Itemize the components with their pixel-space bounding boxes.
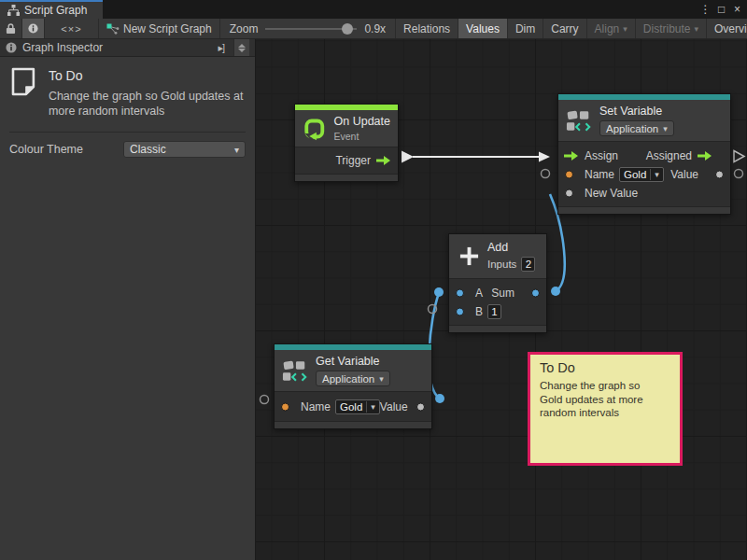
zoom-slider[interactable] <box>265 22 357 35</box>
variable-name-dropdown[interactable]: Gold ▾ <box>619 167 664 182</box>
sum-port[interactable] <box>531 289 540 298</box>
new-value-port-label: New Value <box>585 187 638 200</box>
sticky-note-text: Change the graph so Gold updates at more… <box>540 379 663 420</box>
node-get-variable[interactable]: Get Variable Application ▾ Name Gold ▾ V… <box>274 343 432 429</box>
port-row-assign: Assign Assigned <box>558 147 730 165</box>
sticky-note-icon <box>9 66 37 97</box>
node-header[interactable]: Set Variable Application ▾ <box>558 100 730 142</box>
carry-label: Carry <box>551 22 578 35</box>
node-subtitle: Event <box>334 131 390 142</box>
chevron-down-icon: ▾ <box>379 374 384 384</box>
inspector-note-texts: To Do Change the graph so Gold updates a… <box>49 66 246 119</box>
dock-panel-icon[interactable]: ▸] <box>214 42 228 54</box>
inspector-header[interactable]: Graph Inspector ▸] <box>0 39 255 57</box>
close-icon[interactable]: × <box>729 3 745 16</box>
flow-arrow-icon[interactable] <box>698 151 712 161</box>
name-port[interactable] <box>281 403 289 412</box>
variable-scope-value: Application <box>322 373 374 385</box>
info-icon <box>6 42 17 53</box>
input-a-label: A <box>475 287 483 300</box>
variable-name-value: Gold <box>340 401 362 413</box>
chevron-down-icon: ▾ <box>623 24 627 34</box>
node-on-update[interactable]: On Update Event Trigger <box>294 104 399 182</box>
code-icon: <×> <box>61 23 81 35</box>
inputs-count-field[interactable]: 2 <box>521 257 535 272</box>
node-header[interactable]: On Update Event <box>295 110 398 147</box>
distribute-button[interactable]: Distribute ▾ <box>636 19 707 38</box>
value-port[interactable] <box>715 171 724 179</box>
new-script-graph-label: New Script Graph <box>123 22 212 35</box>
new-script-graph-button[interactable]: New Script Graph <box>99 19 220 38</box>
align-button[interactable]: Align ▾ <box>587 19 636 38</box>
assign-port-label: Assign <box>585 149 618 162</box>
unconnected-port-add-b[interactable] <box>429 305 437 314</box>
inspector-note-summary: To Do Change the graph so Gold updates a… <box>9 66 246 119</box>
flow-arrow-icon[interactable] <box>376 156 390 165</box>
inspector-body: To Do Change the graph so Gold updates a… <box>0 57 255 133</box>
unconnected-port-get-name[interactable] <box>261 396 269 404</box>
name-port-label: Name <box>585 168 614 181</box>
zoom-slider-handle[interactable] <box>342 23 353 35</box>
maximize-icon[interactable]: □ <box>713 3 729 16</box>
value-port[interactable] <box>416 403 425 412</box>
tab-bar: Script Graph ⋮ □ × <box>0 0 747 19</box>
inspector-toggle-button[interactable] <box>22 19 45 38</box>
lock-button[interactable] <box>0 19 22 38</box>
on-update-loop-icon <box>303 116 327 142</box>
input-b-field[interactable]: 1 <box>487 304 501 319</box>
variables-button[interactable]: <×> <box>45 19 99 38</box>
inspector-note-description: Change the graph so Gold updates at more… <box>49 89 246 119</box>
window-controls: ⋮ □ × <box>698 0 745 19</box>
node-header[interactable]: Get Variable Application ▾ <box>275 350 431 392</box>
variable-name-dropdown[interactable]: Gold ▾ <box>335 399 380 414</box>
values-button[interactable]: Values <box>458 19 508 38</box>
unconnected-port-set-assigned[interactable] <box>734 151 744 162</box>
variable-scope-dropdown[interactable]: Application ▾ <box>316 371 390 386</box>
unconnected-port-set-name[interactable] <box>542 170 550 178</box>
colour-theme-select[interactable]: Classic ▾ <box>123 141 246 158</box>
spinner-down-icon[interactable] <box>238 49 246 52</box>
input-b-port[interactable] <box>456 308 464 316</box>
variable-scope-dropdown[interactable]: Application ▾ <box>599 120 674 136</box>
align-label: Align <box>595 22 620 35</box>
node-footer <box>558 206 730 214</box>
field-divider <box>650 169 651 180</box>
sticky-note[interactable]: To Do Change the graph so Gold updates a… <box>528 352 683 466</box>
tab-script-graph[interactable]: Script Graph <box>0 0 103 19</box>
carry-button[interactable]: Carry <box>543 19 586 38</box>
chevron-down-icon: ▾ <box>234 145 239 155</box>
variable-name-value: Gold <box>624 169 646 180</box>
name-port-label: Name <box>301 400 331 413</box>
graph-canvas[interactable]: On Update Event Trigger <box>256 39 747 560</box>
input-b-label: B <box>475 305 483 318</box>
graph-toolbar: <×> New Script Graph Zoom 0.9x Relations… <box>0 19 747 39</box>
node-add[interactable]: Add Inputs 2 A Sum B 1 <box>448 233 547 333</box>
panel-scroll-spinner[interactable] <box>233 39 249 56</box>
chevron-down-icon: ▾ <box>663 124 668 133</box>
graph-icon <box>7 5 20 16</box>
graph-inspector-panel: Graph Inspector ▸] To Do Change the grap… <box>0 39 256 560</box>
spinner-up-icon[interactable] <box>238 44 246 48</box>
assigned-port-label: Assigned <box>646 149 692 162</box>
overview-button[interactable]: Overview <box>707 19 747 38</box>
sum-port-label: Sum <box>491 287 514 300</box>
new-value-port[interactable] <box>565 189 573 198</box>
values-label: Values <box>466 22 500 35</box>
node-header[interactable]: Add Inputs 2 <box>449 234 546 279</box>
node-set-variable[interactable]: Set Variable Application ▾ Assign Assign… <box>557 93 731 215</box>
relations-label: Relations <box>403 22 450 35</box>
info-icon <box>28 22 38 35</box>
node-footer <box>275 421 431 428</box>
zoom-value: 0.9x <box>364 22 386 35</box>
name-port[interactable] <box>565 171 573 179</box>
plus-icon <box>458 245 480 267</box>
flow-arrow-icon[interactable] <box>564 151 578 161</box>
zoom-control: Zoom 0.9x <box>220 19 396 38</box>
lock-icon <box>6 22 16 35</box>
unconnected-port-set-value[interactable] <box>735 170 743 178</box>
dim-button[interactable]: Dim <box>508 19 543 38</box>
window-menu-icon[interactable]: ⋮ <box>698 3 713 16</box>
variable-icon <box>566 109 592 133</box>
relations-button[interactable]: Relations <box>396 19 458 38</box>
input-a-port[interactable] <box>456 289 464 298</box>
